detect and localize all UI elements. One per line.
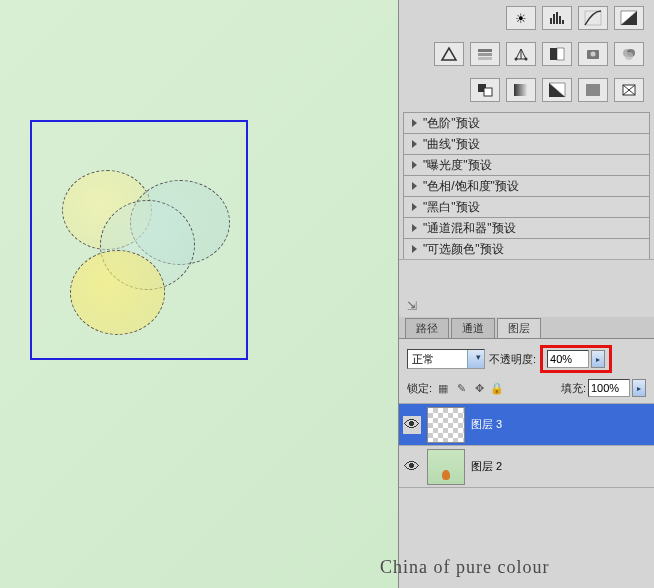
preset-bw[interactable]: "黑白"预设 <box>403 196 650 218</box>
fill-flyout-icon[interactable]: ▸ <box>632 379 646 397</box>
opacity-input[interactable] <box>547 350 589 368</box>
selection-shape-4 <box>70 250 165 335</box>
tab-layers[interactable]: 图层 <box>497 318 541 338</box>
expand-icon <box>412 161 417 169</box>
layer-controls-row-1: 不透明度: ▸ <box>399 339 654 377</box>
svg-marker-8 <box>442 48 456 60</box>
vibrance-icon[interactable] <box>434 42 464 66</box>
channel-mixer-icon[interactable] <box>614 42 644 66</box>
expand-icon <box>412 182 417 190</box>
levels-icon[interactable] <box>542 6 572 30</box>
opacity-label: 不透明度: <box>489 352 536 367</box>
panel-tabs: ⇲ 路径 通道 图层 <box>399 317 654 339</box>
canvas-area[interactable] <box>0 0 398 588</box>
fill-input[interactable] <box>588 379 630 397</box>
watermark-text: China of pure colour <box>380 557 654 578</box>
svg-point-17 <box>591 52 596 57</box>
svg-rect-23 <box>514 84 528 96</box>
layer-controls-row-2: 锁定: ▦ ✎ ✥ 🔒 填充: ▸ <box>399 377 654 404</box>
preset-label: "通道混和器"预设 <box>423 220 516 237</box>
svg-rect-2 <box>556 12 558 24</box>
layer-name: 图层 3 <box>471 417 502 432</box>
brightness-contrast-icon[interactable]: ☀ <box>506 6 536 30</box>
gradient-map-icon[interactable] <box>542 78 572 102</box>
svg-rect-0 <box>550 18 552 24</box>
lock-position-icon[interactable]: ✥ <box>472 381 486 395</box>
preset-exposure[interactable]: "曝光度"预设 <box>403 154 650 176</box>
svg-rect-3 <box>559 16 561 24</box>
hue-sat-icon[interactable] <box>470 42 500 66</box>
svg-rect-5 <box>585 11 601 25</box>
svg-rect-14 <box>550 48 557 60</box>
expand-icon <box>412 224 417 232</box>
fill-group: 填充: ▸ <box>561 379 646 397</box>
preset-levels[interactable]: "色阶"预设 <box>403 112 650 134</box>
lookup-icon[interactable] <box>614 78 644 102</box>
threshold-icon[interactable] <box>506 78 536 102</box>
expand-icon <box>412 119 417 127</box>
selective-color-icon[interactable] <box>578 78 608 102</box>
color-balance-icon[interactable] <box>506 42 536 66</box>
preset-label: "色阶"预设 <box>423 115 480 132</box>
tab-paths[interactable]: 路径 <box>405 318 449 338</box>
svg-point-20 <box>625 52 633 60</box>
lock-all-icon[interactable]: 🔒 <box>490 381 504 395</box>
right-panel: ☀ "色阶"预设 "曲线"预设 "曝光度"预设 "色相/饱和度"预设 "黑白"预… <box>398 0 654 588</box>
curves-icon[interactable] <box>578 6 608 30</box>
layers-list: 👁 图层 3 👁 图层 2 <box>399 404 654 488</box>
preset-label: "曲线"预设 <box>423 136 480 153</box>
bw-icon[interactable] <box>542 42 572 66</box>
preset-selective-color[interactable]: "可选颜色"预设 <box>403 238 650 260</box>
layer-name: 图层 2 <box>471 459 502 474</box>
svg-rect-9 <box>478 49 492 52</box>
svg-rect-4 <box>562 20 564 24</box>
fill-label: 填充: <box>561 381 586 396</box>
exposure-icon[interactable] <box>614 6 644 30</box>
svg-rect-1 <box>553 14 555 24</box>
preset-label: "曝光度"预设 <box>423 157 492 174</box>
preset-hue-sat[interactable]: "色相/饱和度"预设 <box>403 175 650 197</box>
svg-rect-10 <box>478 53 492 56</box>
adjustment-icons-row-3 <box>399 72 654 108</box>
visibility-eye-icon[interactable]: 👁 <box>403 416 421 434</box>
preset-label: "色相/饱和度"预设 <box>423 178 519 195</box>
visibility-eye-icon[interactable]: 👁 <box>403 458 421 476</box>
collapse-icon[interactable]: ⇲ <box>407 299 417 313</box>
photo-filter-icon[interactable] <box>578 42 608 66</box>
svg-point-13 <box>525 58 528 61</box>
layer-row[interactable]: 👁 图层 3 <box>399 404 654 446</box>
preset-label: "黑白"预设 <box>423 199 480 216</box>
lock-transparent-icon[interactable]: ▦ <box>436 381 450 395</box>
presets-panel: "色阶"预设 "曲线"预设 "曝光度"预设 "色相/饱和度"预设 "黑白"预设 … <box>399 108 654 259</box>
svg-point-12 <box>515 58 518 61</box>
adjustment-icons-row-1: ☀ <box>399 0 654 36</box>
lock-pixels-icon[interactable]: ✎ <box>454 381 468 395</box>
adjustment-icons-row-2 <box>399 36 654 72</box>
layer-row[interactable]: 👁 图层 2 <box>399 446 654 488</box>
svg-rect-22 <box>484 88 492 96</box>
invert-icon[interactable] <box>470 78 500 102</box>
blend-mode-select[interactable] <box>407 349 485 369</box>
opacity-highlight-box: ▸ <box>540 345 612 373</box>
panel-gap <box>399 259 654 317</box>
lock-label: 锁定: <box>407 381 432 396</box>
preset-channel-mixer[interactable]: "通道混和器"预设 <box>403 217 650 239</box>
blend-mode-value[interactable] <box>407 349 485 369</box>
expand-icon <box>412 245 417 253</box>
expand-icon <box>412 203 417 211</box>
preset-label: "可选颜色"预设 <box>423 241 504 258</box>
svg-rect-26 <box>586 84 600 96</box>
svg-rect-15 <box>557 48 564 60</box>
preset-curves[interactable]: "曲线"预设 <box>403 133 650 155</box>
expand-icon <box>412 140 417 148</box>
layer-thumbnail[interactable] <box>427 407 465 443</box>
svg-rect-11 <box>478 57 492 60</box>
layer-thumbnail[interactable] <box>427 449 465 485</box>
opacity-flyout-icon[interactable]: ▸ <box>591 350 605 368</box>
tab-channels[interactable]: 通道 <box>451 318 495 338</box>
